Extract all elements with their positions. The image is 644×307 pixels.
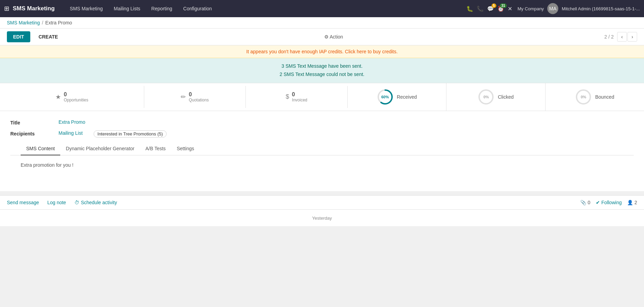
received-percent: 60% bbox=[381, 95, 389, 99]
title-label: Title bbox=[10, 119, 52, 125]
apps-grid-icon[interactable]: ⊞ bbox=[4, 5, 9, 12]
person-icon: 👤 bbox=[627, 200, 633, 205]
user-avatar[interactable]: MA bbox=[547, 3, 558, 14]
action-button[interactable]: ⚙ Action bbox=[324, 34, 343, 40]
tab-sms-content[interactable]: SMS Content bbox=[21, 142, 60, 155]
tab-settings[interactable]: Settings bbox=[171, 142, 200, 155]
form-row-title: Title Extra Promo bbox=[10, 119, 634, 125]
nav-count: 2 / 2 bbox=[604, 34, 614, 40]
clicked-percent: 0% bbox=[483, 95, 489, 99]
stat-bounced[interactable]: 0% Bounced bbox=[546, 83, 644, 111]
nav-reporting[interactable]: Reporting bbox=[147, 4, 177, 13]
quotations-label: Quotations bbox=[189, 98, 209, 102]
create-button[interactable]: CREATE bbox=[34, 31, 63, 42]
stat-received[interactable]: 60% Received bbox=[348, 83, 446, 111]
clock-small-icon: ⏱ bbox=[74, 200, 79, 205]
bounced-label: Bounced bbox=[595, 94, 614, 100]
stat-invoiced[interactable]: $ 0 Invoiced bbox=[246, 86, 347, 108]
company-name[interactable]: My Company bbox=[518, 6, 544, 11]
nav-links: SMS Marketing Mailing Lists Reporting Co… bbox=[65, 4, 466, 13]
invoiced-count: 0 bbox=[292, 91, 295, 98]
chat-badge: 5 bbox=[492, 3, 496, 8]
nav-configuration[interactable]: Configuration bbox=[178, 4, 217, 13]
paperclip-number: 0 bbox=[588, 200, 590, 205]
bottom-right-actions: 📎 0 ✔ Following 👤 2 bbox=[580, 200, 637, 205]
opportunities-count: 0 bbox=[64, 91, 67, 98]
next-button[interactable]: › bbox=[627, 32, 637, 42]
action-bar: EDIT CREATE ⚙ Action 2 / 2 ‹ › bbox=[0, 29, 644, 45]
follower-count[interactable]: 👤 2 bbox=[627, 200, 637, 205]
breadcrumb-current: Extra Promo bbox=[45, 20, 72, 25]
breadcrumb-separator: / bbox=[42, 20, 43, 25]
stats-row: ★ 0 Opportunities ✏ 0 Quotations $ 0 Inv… bbox=[0, 83, 644, 111]
recipients-value[interactable]: Mailing List bbox=[59, 130, 83, 136]
section-separator bbox=[0, 191, 644, 195]
form-row-recipients: Recipients Mailing List Interested in Tr… bbox=[10, 130, 634, 138]
clock-icon[interactable]: ⏰ 31 bbox=[497, 6, 504, 12]
prev-button[interactable]: ‹ bbox=[617, 32, 627, 42]
chat-icon[interactable]: 💬 5 bbox=[487, 6, 494, 12]
nav-sms-marketing[interactable]: SMS Marketing bbox=[65, 4, 108, 13]
dollar-icon: $ bbox=[286, 93, 289, 100]
checkmark-icon: ✔ bbox=[596, 200, 600, 205]
mailing-list-badge[interactable]: Interested in Tree Promotions (5) bbox=[94, 130, 167, 138]
chatter-section: Yesterday bbox=[0, 209, 644, 226]
app-brand: SMS Marketing bbox=[13, 5, 55, 12]
tools-icon[interactable]: ✕ bbox=[508, 6, 512, 12]
received-label: Received bbox=[397, 94, 417, 100]
invoiced-label: Invoiced bbox=[292, 98, 307, 102]
tab-content-area: Extra promotion for you ! bbox=[10, 155, 634, 183]
log-note-button[interactable]: Log note bbox=[47, 200, 66, 205]
send-message-button[interactable]: Send message bbox=[7, 200, 39, 205]
stat-quotations[interactable]: ✏ 0 Quotations bbox=[144, 86, 246, 108]
chatter-date: Yesterday bbox=[312, 216, 332, 221]
edit-icon: ✏ bbox=[181, 93, 186, 101]
edit-button[interactable]: EDIT bbox=[7, 31, 30, 42]
clicked-circle: 0% bbox=[478, 89, 494, 105]
following-label: Following bbox=[601, 200, 622, 205]
main-content: ★ 0 Opportunities ✏ 0 Quotations $ 0 Inv… bbox=[0, 83, 644, 191]
nav-right-icons: 🐛 📞 💬 5 ⏰ 31 ✕ My Company MA Mitchell Ad… bbox=[466, 3, 640, 14]
clicked-label: Clicked bbox=[498, 94, 514, 100]
top-navigation: ⊞ SMS Marketing SMS Marketing Mailing Li… bbox=[0, 0, 644, 17]
bounced-circle: 0% bbox=[575, 89, 592, 105]
breadcrumb-parent[interactable]: SMS Marketing bbox=[7, 20, 40, 25]
sms-stats-line2: 2 SMS Text Message could not be sent. bbox=[7, 70, 637, 79]
iap-banner[interactable]: It appears you don't have enough IAP cre… bbox=[0, 45, 644, 58]
bottom-actions: Send message Log note ⏱ Schedule activit… bbox=[0, 195, 644, 209]
content-tabs: SMS Content Dynamic Placeholder Generato… bbox=[10, 142, 634, 155]
clock-badge: 31 bbox=[500, 3, 506, 8]
schedule-activity-label: Schedule activity bbox=[81, 200, 117, 205]
opportunities-label: Opportunities bbox=[64, 98, 88, 102]
sms-stats-line1: 3 SMS Text Message have been sent. bbox=[7, 62, 637, 70]
title-value[interactable]: Extra Promo bbox=[59, 119, 85, 125]
nav-mailing-lists[interactable]: Mailing Lists bbox=[109, 4, 145, 13]
follower-number: 2 bbox=[634, 200, 637, 205]
stat-opportunities[interactable]: ★ 0 Opportunities bbox=[0, 86, 144, 108]
nav-arrows: ‹ › bbox=[617, 32, 637, 42]
iap-banner-text: It appears you don't have enough IAP cre… bbox=[246, 49, 398, 54]
phone-icon[interactable]: 📞 bbox=[477, 6, 484, 12]
bug-icon[interactable]: 🐛 bbox=[466, 6, 473, 12]
breadcrumb: SMS Marketing / Extra Promo bbox=[0, 17, 644, 29]
recipients-label: Recipients bbox=[10, 130, 52, 136]
star-icon: ★ bbox=[55, 93, 61, 101]
tab-dynamic-placeholder[interactable]: Dynamic Placeholder Generator bbox=[60, 142, 140, 155]
schedule-activity-button[interactable]: ⏱ Schedule activity bbox=[74, 200, 117, 205]
bounced-percent: 0% bbox=[581, 95, 586, 99]
stat-clicked[interactable]: 0% Clicked bbox=[446, 83, 545, 111]
quotations-count: 0 bbox=[189, 91, 192, 98]
received-circle: 60% bbox=[377, 89, 393, 105]
form-section: Title Extra Promo Recipients Mailing Lis… bbox=[0, 111, 644, 191]
paperclip-count: 📎 0 bbox=[580, 200, 590, 205]
sms-stats-banner: 3 SMS Text Message have been sent. 2 SMS… bbox=[0, 58, 644, 83]
user-name[interactable]: Mitchell Admin (16699815-saas-15-1-... bbox=[562, 6, 640, 11]
following-button[interactable]: ✔ Following bbox=[596, 200, 622, 205]
paperclip-icon: 📎 bbox=[580, 200, 586, 205]
tab-ab-tests[interactable]: A/B Tests bbox=[140, 142, 171, 155]
sms-content-text: Extra promotion for you ! bbox=[21, 162, 73, 168]
